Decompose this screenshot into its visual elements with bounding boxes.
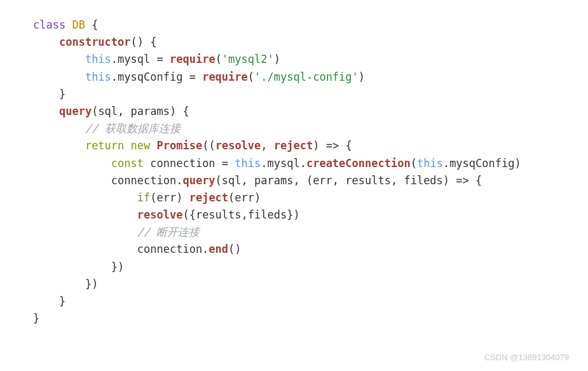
promise: Promise: [157, 139, 203, 152]
keyword-const: const: [111, 157, 144, 170]
brace: }: [59, 295, 65, 307]
fn-require: require: [170, 53, 215, 65]
code-block: class DB { constructor() { this.mysql = …: [33, 17, 555, 327]
dot: .mysql.: [261, 157, 306, 170]
cond: (err): [150, 191, 189, 204]
brace: {: [85, 18, 98, 31]
string-literal: './mysql-config': [254, 71, 359, 83]
paren: (: [411, 157, 417, 170]
keyword-if: if: [137, 191, 150, 204]
fn-resolve: resolve: [137, 208, 183, 221]
assign: connection =: [144, 157, 235, 170]
assign: .mysqConfig =: [111, 71, 202, 83]
string-literal: 'mysql2': [222, 53, 274, 65]
fn-require: require: [202, 71, 248, 83]
prop: .mysqConfig): [443, 157, 521, 170]
parens: () {: [131, 36, 157, 48]
brace: }): [111, 260, 124, 273]
fn-createconnection: createConnection: [306, 157, 411, 170]
keyword-class: class: [33, 18, 65, 31]
fn-end: end: [209, 243, 228, 255]
brace: }: [33, 312, 39, 325]
comment: // 断开连接: [137, 226, 200, 238]
assign: .mysql =: [111, 53, 170, 65]
param-resolve: resolve: [215, 139, 261, 152]
keyword-this: this: [417, 157, 443, 170]
paren: ): [274, 53, 280, 65]
fn-reject: reject: [189, 191, 228, 204]
brace: }: [59, 88, 65, 100]
fn-query: query: [182, 174, 215, 187]
keyword-this: this: [235, 157, 261, 170]
args: (err): [228, 191, 261, 204]
keyword-this: this: [85, 71, 111, 83]
keyword-new: new: [131, 139, 151, 152]
keyword-this: this: [85, 53, 111, 65]
parens: (sql, params) {: [92, 105, 189, 118]
paren: (: [248, 71, 254, 83]
args: (sql, params, (err, results, fileds) => …: [215, 174, 482, 187]
comment: // 获取数据库连接: [85, 122, 181, 135]
method-constructor: constructor: [59, 36, 131, 48]
watermark: CSDN @13891304079: [484, 351, 569, 365]
class-name: DB: [72, 18, 85, 31]
paren: ): [359, 71, 365, 83]
brace: }): [85, 278, 98, 290]
method-query: query: [59, 105, 92, 118]
keyword-return: return: [85, 139, 124, 152]
connection: connection.: [111, 174, 183, 187]
connection: connection.: [137, 243, 209, 255]
param-reject: reject: [274, 139, 313, 152]
comma: ,: [261, 139, 273, 152]
arrow: ) => {: [313, 139, 352, 152]
args: (): [228, 243, 241, 255]
paren: (: [215, 53, 222, 65]
paren: ((: [202, 139, 215, 152]
args: ({results,fileds}): [182, 208, 299, 221]
